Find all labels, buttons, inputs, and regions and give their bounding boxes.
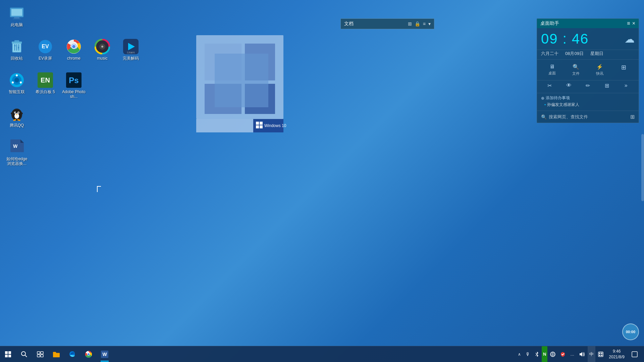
notification-center[interactable]	[628, 346, 641, 362]
tray-bluetooth[interactable]	[533, 346, 541, 362]
svg-rect-82	[598, 352, 603, 357]
svg-line-65	[25, 355, 27, 357]
desktop-icon-decoder[interactable]: 完美解码 完美解码	[117, 37, 144, 62]
qr-quick-icon: ⊞	[621, 64, 626, 71]
desktop-icon-music[interactable]: music	[89, 37, 116, 62]
da-action-eye[interactable]: 👁	[560, 81, 578, 90]
tray-mic[interactable]: 🎙	[524, 346, 532, 362]
desktop-icon-smart-connect[interactable]: 智能互联	[3, 70, 30, 101]
svg-text:EV: EV	[42, 44, 49, 49]
da-qr-code-icon[interactable]: ⊞	[630, 114, 635, 120]
da-action-table[interactable]: ⊞	[598, 81, 615, 90]
photoshop-label: Adobe Photosh...	[62, 89, 86, 99]
da-search-bar[interactable]: 🔍 搜索网页、查找文件 ⊞	[537, 111, 639, 123]
this-computer-icon	[9, 5, 25, 21]
desktop-quick-icon: 🖥	[549, 64, 555, 70]
edge-doc-label: 如何给edge浏览器换...	[5, 157, 29, 166]
svg-rect-3	[13, 18, 21, 19]
taskbar-task-view[interactable]	[32, 346, 48, 362]
da-action-desktop[interactable]: 🖥 桌面	[541, 62, 563, 77]
desktop-icon-chrome[interactable]: chrome	[60, 37, 87, 62]
news-icon: ⚡	[596, 64, 603, 70]
photoshop-icon: Ps	[66, 72, 82, 88]
desktop-icon-ev-recorder[interactable]: EV EV录屏	[32, 37, 59, 62]
windows-splash: Windows 10	[168, 27, 309, 141]
qq-label: 腾讯QQ	[10, 123, 24, 128]
da-action-news[interactable]: ⚡ 快讯	[589, 62, 611, 77]
svg-rect-87	[632, 352, 637, 357]
tray-more[interactable]: …	[568, 346, 576, 362]
svg-rect-83	[599, 353, 600, 354]
da-action-edit[interactable]: ✏	[579, 81, 597, 90]
desktop-icon-this-computer[interactable]: 此电脑	[3, 3, 30, 29]
tray-speaker[interactable]	[577, 346, 587, 362]
svg-rect-52	[215, 54, 268, 107]
da-todo-section: ⊕ 添加待办事项 • 孙偏发文感谢家人	[537, 93, 639, 111]
svg-marker-44	[20, 139, 24, 143]
en-dict-icon: EN	[37, 72, 53, 88]
svg-point-25	[16, 74, 18, 76]
todo-bullet: •	[544, 103, 546, 107]
file-widget-title: 文档	[344, 21, 354, 27]
desktop-icon-photoshop[interactable]: Ps Adobe Photosh...	[60, 70, 87, 101]
start-button[interactable]	[0, 346, 16, 362]
recycle-bin-label: 回收站	[11, 56, 23, 61]
tray-ime[interactable]: 中	[588, 346, 595, 362]
decoder-label: 完美解码	[123, 56, 139, 61]
desktop-icon-en-dict[interactable]: EN 希沃白板 5	[32, 70, 59, 101]
svg-text:W: W	[102, 352, 107, 357]
da-action-crop[interactable]: ✂	[541, 81, 558, 90]
task-view-icon	[37, 351, 44, 357]
da-action-file[interactable]: 🔍 文件	[565, 62, 587, 77]
smart-connect-icon	[9, 72, 25, 88]
edit-icon: ✏	[586, 82, 590, 89]
add-todo-icon: ⊕	[541, 96, 544, 101]
svg-rect-56	[260, 122, 263, 125]
da-menu-icon[interactable]: ≡	[627, 20, 630, 26]
timer-circle[interactable]: 00:00	[622, 323, 639, 340]
da-quick-actions: 🖥 桌面 🔍 文件 ⚡ 快讯 ⊞	[537, 60, 639, 80]
svg-text:EN: EN	[41, 76, 50, 84]
windows-logo-icon	[5, 351, 11, 358]
taskbar-chrome[interactable]	[80, 346, 97, 362]
desktop-icon-edge-doc[interactable]: W 如何给edge浏览器换...	[3, 137, 30, 168]
taskbar-search-button[interactable]	[16, 346, 32, 362]
tray-chevron[interactable]: ∧	[516, 346, 523, 362]
taskbar-clock[interactable]: 9:46 2021/8/9	[606, 349, 627, 360]
taskbar-word[interactable]: W	[97, 346, 113, 362]
desktop-icon-recycle-bin[interactable]: 回收站	[3, 37, 30, 62]
dropdown-icon[interactable]: ▾	[428, 21, 431, 26]
taskbar: W ∧ 🎙 N	[0, 346, 644, 362]
svg-rect-84	[601, 353, 602, 354]
da-close-icon[interactable]: ×	[632, 20, 635, 26]
da-weather-icon: ☁	[625, 33, 635, 45]
grid-view-icon[interactable]: ⊞	[408, 21, 412, 26]
tray-shortcut[interactable]	[596, 346, 605, 362]
lock-icon[interactable]: 🔒	[415, 21, 420, 26]
taskbar-file-explorer[interactable]	[48, 346, 64, 362]
list-view-icon[interactable]: ≡	[423, 21, 426, 26]
tray-antivirus[interactable]	[558, 346, 568, 362]
tray-net[interactable]	[548, 346, 557, 362]
taskbar-edge[interactable]	[64, 346, 80, 362]
taskbar-date: 2021/8/9	[609, 354, 625, 360]
da-date-section: 六月二十 08月09日 星期日	[537, 50, 639, 60]
tray-evernote[interactable]: N	[542, 346, 547, 362]
svg-point-38	[18, 112, 19, 113]
da-todo-add[interactable]: ⊕ 添加待办事项	[541, 95, 635, 101]
svg-line-76	[536, 353, 537, 354]
taskbar-time: 9:46	[609, 349, 625, 354]
da-action-more[interactable]: »	[617, 81, 635, 90]
svg-marker-81	[580, 352, 582, 357]
svg-point-26	[20, 81, 22, 83]
right-scrollbar[interactable]	[641, 134, 644, 201]
desktop-icon-qq[interactable]: 腾讯QQ	[3, 104, 30, 129]
svg-point-24	[14, 78, 19, 82]
da-actions-row2: ✂ 👁 ✏ ⊞ »	[537, 80, 639, 93]
svg-rect-69	[41, 355, 43, 357]
da-gregorian-date: 08月09日	[565, 51, 584, 57]
da-search-icon: 🔍	[541, 114, 547, 120]
chrome-label: chrome	[67, 56, 80, 61]
da-weekday: 星期日	[590, 51, 603, 57]
da-action-more-quick[interactable]: ⊞	[612, 62, 635, 77]
